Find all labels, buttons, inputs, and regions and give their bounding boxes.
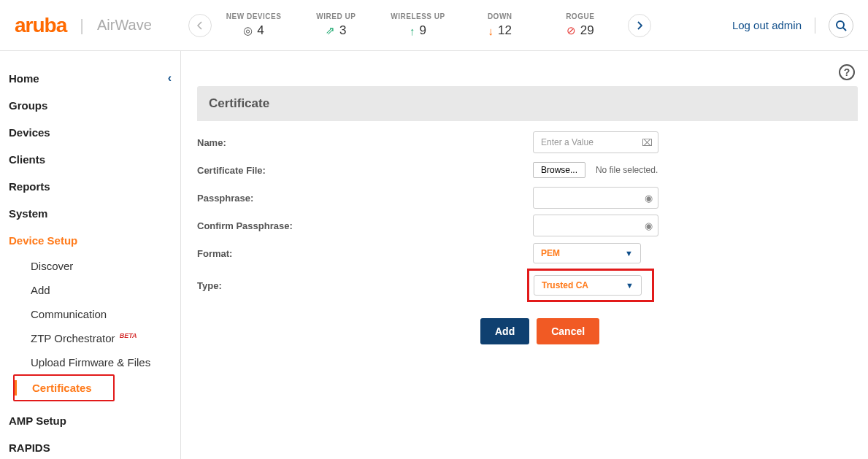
add-button[interactable]: Add bbox=[480, 318, 529, 344]
stat-value: 9 bbox=[420, 23, 426, 38]
divider bbox=[815, 18, 815, 34]
stat-down[interactable]: DOWN ↓12 bbox=[475, 12, 526, 38]
stat-value: 3 bbox=[339, 23, 346, 38]
chevron-left-icon bbox=[197, 21, 203, 30]
row-type: Type: Trusted CA ▼ bbox=[197, 269, 858, 302]
certificate-form: Name: ⌧ Certificate File: Browse... No f… bbox=[197, 130, 858, 344]
logo-divider: | bbox=[80, 16, 84, 35]
confirm-passphrase-input[interactable] bbox=[533, 215, 658, 236]
row-confirm-passphrase: Confirm Passphrase: ◉ bbox=[197, 213, 858, 238]
link-icon: ⇗ bbox=[326, 24, 335, 37]
sidebar-sub-ztp[interactable]: ZTP Orchestrator BETA bbox=[22, 326, 180, 350]
sidebar-item-label: Device Setup bbox=[9, 234, 77, 247]
search-button[interactable] bbox=[829, 13, 853, 38]
stat-label: ROGUE bbox=[566, 12, 594, 20]
sidebar-item-rapids[interactable]: RAPIDS bbox=[0, 434, 180, 459]
cancel-button[interactable]: Cancel bbox=[537, 318, 599, 344]
sidebar-item-label: Certificates bbox=[32, 382, 92, 394]
stats-bar: NEW DEVICES ◎4 WIRED UP ⇗3 WIRELESS UP ↑… bbox=[226, 12, 606, 38]
sidebar-sub-add[interactable]: Add bbox=[22, 278, 180, 302]
stat-wireless-up[interactable]: WIRELESS UP ↑9 bbox=[391, 12, 445, 38]
stat-value: 4 bbox=[257, 23, 264, 38]
header-right: Log out admin bbox=[732, 13, 853, 38]
passphrase-label: Passphrase: bbox=[197, 193, 533, 204]
row-cert-file: Certificate File: Browse... No file sele… bbox=[197, 158, 858, 182]
help-button[interactable]: ? bbox=[839, 64, 855, 80]
target-icon: ◎ bbox=[243, 24, 253, 37]
browse-button[interactable]: Browse... bbox=[533, 162, 585, 178]
arrow-down-icon: ↓ bbox=[488, 25, 494, 37]
svg-point-0 bbox=[837, 21, 844, 28]
sidebar-item-clients[interactable]: Clients bbox=[0, 146, 180, 173]
stat-new-devices[interactable]: NEW DEVICES ◎4 bbox=[226, 12, 282, 38]
type-label: Type: bbox=[197, 280, 533, 291]
sidebar-submenu: Discover Add Communication ZTP Orchestra… bbox=[0, 254, 180, 374]
type-select[interactable]: Trusted CA ▼ bbox=[534, 275, 642, 296]
format-select[interactable]: PEM ▼ bbox=[533, 243, 641, 263]
name-label: Name: bbox=[197, 137, 533, 148]
stat-value: 29 bbox=[580, 23, 594, 38]
beta-badge: BETA bbox=[120, 332, 137, 339]
highlight-box-certificates: Certificates bbox=[13, 374, 115, 401]
sidebar: Home ‹ Groups Devices Clients Reports Sy… bbox=[0, 51, 181, 459]
sidebar-item-label: Reports bbox=[9, 180, 50, 193]
sidebar-item-label: AMP Setup bbox=[9, 414, 66, 427]
sidebar-item-label: Devices bbox=[9, 126, 50, 139]
format-value: PEM bbox=[541, 248, 560, 258]
sidebar-item-label: Clients bbox=[9, 153, 45, 166]
row-format: Format: PEM ▼ bbox=[197, 241, 858, 266]
sidebar-item-amp-setup[interactable]: AMP Setup bbox=[0, 407, 180, 434]
format-label: Format: bbox=[197, 248, 533, 259]
sidebar-sub-discover[interactable]: Discover bbox=[22, 254, 180, 278]
sidebar-item-device-setup[interactable]: Device Setup bbox=[0, 227, 180, 254]
stats-next-button[interactable] bbox=[628, 14, 651, 37]
chevron-down-icon: ▼ bbox=[626, 281, 634, 290]
sidebar-item-devices[interactable]: Devices bbox=[0, 119, 180, 146]
arrow-up-icon: ↑ bbox=[410, 25, 415, 37]
logout-link[interactable]: Log out admin bbox=[732, 19, 802, 31]
stat-label: WIRELESS UP bbox=[391, 12, 445, 20]
row-passphrase: Passphrase: ◉ bbox=[197, 185, 858, 210]
sidebar-sub-upload[interactable]: Upload Firmware & Files bbox=[22, 350, 180, 374]
chevron-right-icon bbox=[637, 21, 642, 30]
stat-label: NEW DEVICES bbox=[226, 12, 282, 20]
file-status-text: No file selected. bbox=[596, 165, 658, 175]
sidebar-sub-communication[interactable]: Communication bbox=[22, 302, 180, 326]
confirm-passphrase-label: Confirm Passphrase: bbox=[197, 220, 533, 231]
sidebar-item-reports[interactable]: Reports bbox=[0, 173, 180, 200]
active-bar bbox=[15, 380, 17, 396]
button-row: Add Cancel bbox=[480, 318, 858, 344]
stat-value: 12 bbox=[498, 23, 512, 38]
row-name: Name: ⌧ bbox=[197, 130, 858, 155]
sidebar-item-home[interactable]: Home ‹ bbox=[0, 64, 180, 92]
search-icon bbox=[835, 20, 847, 31]
stat-label: WIRED UP bbox=[316, 12, 356, 20]
prohibited-icon: ⊘ bbox=[566, 24, 576, 37]
chevron-left-icon[interactable]: ‹ bbox=[168, 72, 172, 85]
sidebar-item-label: ZTP Orchestrator bbox=[31, 332, 115, 344]
product-name: AirWave bbox=[97, 17, 152, 34]
panel-title: Certificate bbox=[197, 86, 858, 121]
sidebar-item-label: Groups bbox=[9, 99, 47, 112]
stat-wired-up[interactable]: WIRED UP ⇗3 bbox=[310, 12, 361, 38]
question-icon: ? bbox=[844, 66, 850, 78]
header: aruba | AirWave NEW DEVICES ◎4 WIRED UP … bbox=[0, 0, 868, 51]
body: Home ‹ Groups Devices Clients Reports Sy… bbox=[0, 51, 868, 459]
sidebar-item-system[interactable]: System bbox=[0, 200, 180, 227]
logo: aruba bbox=[15, 14, 66, 37]
stat-rogue[interactable]: ROGUE ⊘29 bbox=[555, 12, 606, 38]
stats-prev-button[interactable] bbox=[188, 14, 212, 37]
svg-line-1 bbox=[843, 28, 846, 31]
chevron-down-icon: ▼ bbox=[625, 249, 633, 258]
sidebar-item-label: System bbox=[9, 207, 47, 220]
sidebar-item-label: RAPIDS bbox=[9, 441, 50, 454]
stat-label: DOWN bbox=[488, 12, 512, 20]
main: ? Certificate Name: ⌧ Certificate File: … bbox=[181, 51, 868, 459]
highlight-box-type: Trusted CA ▼ bbox=[527, 269, 654, 302]
cert-file-label: Certificate File: bbox=[197, 165, 533, 176]
type-value: Trusted CA bbox=[542, 280, 588, 290]
passphrase-input[interactable] bbox=[533, 187, 658, 209]
name-input[interactable] bbox=[533, 131, 658, 153]
sidebar-sub-certificates[interactable]: Certificates bbox=[15, 376, 113, 400]
sidebar-item-groups[interactable]: Groups bbox=[0, 92, 180, 119]
